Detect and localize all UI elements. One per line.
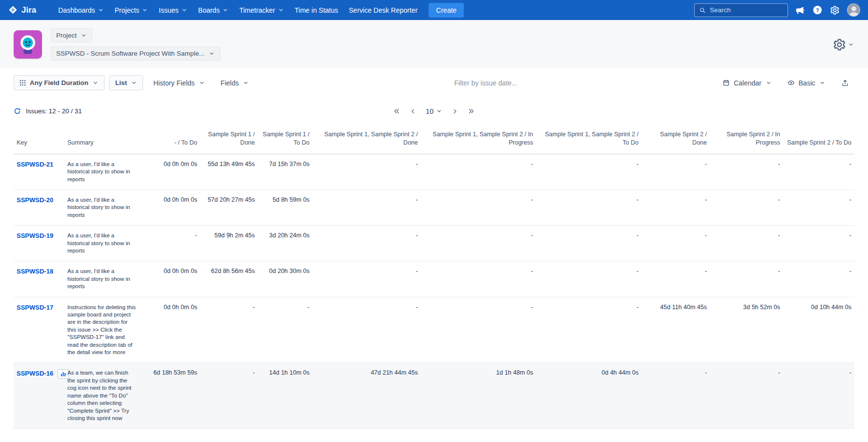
- nav-item-boards[interactable]: Boards: [193, 2, 234, 19]
- duration-value: -: [536, 261, 641, 297]
- fields-select[interactable]: Fields: [215, 76, 254, 90]
- chevron-down-icon: [765, 80, 772, 86]
- duration-value: 0d 10h 44m 0s: [783, 297, 854, 363]
- issue-date-filter-input[interactable]: Filter by issue date...: [259, 79, 712, 87]
- create-button[interactable]: Create: [429, 3, 464, 18]
- issue-key-link[interactable]: SSPWSD-17: [17, 304, 53, 311]
- chevron-down-icon: [208, 50, 215, 57]
- duration-value: -: [536, 189, 641, 225]
- last-page-button[interactable]: [468, 107, 475, 115]
- issue-key-cell: SSPWSD-18: [14, 261, 64, 297]
- export-icon: [841, 79, 849, 87]
- export-button[interactable]: [836, 76, 854, 90]
- duration-value: 0d 4h 44m 0s: [536, 363, 641, 429]
- page-size-select[interactable]: 10: [426, 107, 442, 115]
- duration-value: -: [421, 297, 536, 363]
- history-fields-label: History Fields: [153, 79, 195, 87]
- duration-value: 0d 20h 30m 0s: [258, 261, 312, 297]
- next-page-button[interactable]: [452, 108, 458, 115]
- page-size-value: 10: [426, 107, 434, 115]
- issue-key-link[interactable]: SSPWSD-18: [17, 268, 53, 275]
- issue-key-cell: SSPWSD-20: [14, 189, 64, 225]
- view-mode-select[interactable]: Basic: [782, 76, 831, 90]
- issue-key-link[interactable]: SSPWSD-16: [17, 370, 53, 377]
- project-select[interactable]: SSPWSD - Scrum Software Project With Sam…: [51, 46, 220, 61]
- first-page-button[interactable]: [393, 107, 400, 115]
- issue-row-sspwsd-19: SSPWSD-19As a user, I'd like a historica…: [14, 226, 854, 261]
- duration-value: -: [200, 363, 258, 429]
- duration-value: -: [421, 189, 536, 225]
- chevron-down-icon: [436, 108, 442, 114]
- user-avatar[interactable]: [847, 3, 860, 17]
- nav-item-timetracker[interactable]: Timetracker: [234, 2, 289, 19]
- field-duration-label: Any Field Duration: [30, 79, 88, 86]
- help-icon[interactable]: ?: [812, 5, 823, 15]
- column-header-sample-sprint-1-done: Sample Sprint 1 / Done: [200, 123, 258, 154]
- calendar-label: Calendar: [734, 79, 762, 87]
- issue-key-cell: SSPWSD-16: [14, 363, 64, 429]
- calendar-select[interactable]: Calendar: [717, 76, 777, 90]
- report-settings-button[interactable]: [833, 38, 854, 51]
- duration-value: 0d 0h 0m 0s: [148, 261, 200, 297]
- issue-date-filter-placeholder: Filter by issue date...: [454, 79, 517, 87]
- chevron-down-icon: [181, 7, 187, 13]
- chevron-down-icon: [92, 80, 99, 86]
- prev-page-button[interactable]: [410, 108, 416, 115]
- nav-item-service-desk-reporter[interactable]: Service Desk Reporter: [344, 2, 423, 19]
- jira-logo[interactable]: Jira: [8, 5, 36, 15]
- issue-key-link[interactable]: SSPWSD-21: [17, 161, 53, 168]
- duration-value: -: [312, 226, 421, 261]
- duration-value: -: [710, 261, 783, 297]
- nav-item-label: Time in Status: [295, 6, 338, 14]
- duration-value: -: [312, 261, 421, 297]
- double-chevron-left-icon: [393, 107, 400, 115]
- duration-value: 0d 0h 0m 0s: [148, 154, 200, 189]
- duration-value: -: [641, 154, 710, 189]
- field-duration-select[interactable]: Any Field Duration: [14, 75, 104, 90]
- duration-value: 0d 0h 0m 0s: [148, 297, 200, 363]
- announcements-icon[interactable]: [795, 5, 805, 15]
- settings-gear-icon[interactable]: [830, 5, 840, 15]
- nav-item-time-in-status[interactable]: Time in Status: [289, 2, 344, 19]
- duration-value: -: [312, 297, 421, 363]
- table-header-row: KeySummary- / To DoSample Sprint 1 / Don…: [14, 123, 854, 154]
- nav-item-label: Service Desk Reporter: [349, 6, 418, 14]
- column-header-sample-sprint-2-to-do: Sample Sprint 2 / To Do: [783, 123, 854, 154]
- nav-item-issues[interactable]: Issues: [153, 2, 192, 19]
- duration-value: -: [421, 226, 536, 261]
- nav-item-projects[interactable]: Projects: [109, 2, 154, 19]
- column-header-sample-sprint-1-to-do: Sample Sprint 1 / To Do: [258, 123, 312, 154]
- issue-summary-cell: As a user, I'd like a historical story t…: [64, 261, 148, 297]
- history-fields-select[interactable]: History Fields: [148, 76, 210, 90]
- duration-value: -: [641, 189, 710, 225]
- duration-value: -: [710, 154, 783, 189]
- refresh-icon[interactable]: [14, 107, 21, 115]
- view-type-select[interactable]: List: [109, 75, 143, 90]
- duration-value: -: [148, 226, 200, 261]
- duration-value: -: [783, 363, 854, 429]
- pagination-row: Issues: 12 - 20 / 31 10: [0, 97, 868, 119]
- nav-item-dashboards[interactable]: Dashboards: [53, 2, 109, 19]
- duration-value: -: [312, 154, 421, 189]
- scope-select[interactable]: Project: [51, 28, 92, 42]
- column-header-sample-sprint-2-in-progress: Sample Sprint 2 / In Progress: [710, 123, 783, 154]
- nav-item-label: Dashboards: [58, 6, 95, 14]
- duration-value: -: [783, 226, 854, 261]
- chevron-right-icon: [452, 108, 458, 115]
- duration-value: -: [710, 226, 783, 261]
- column-header-to-do: - / To Do: [148, 123, 200, 154]
- duration-value: 59d 9h 2m 45s: [200, 226, 258, 261]
- jira-logo-icon: [8, 5, 18, 15]
- issue-key-link[interactable]: SSPWSD-20: [17, 196, 53, 204]
- chevron-down-icon: [98, 7, 104, 13]
- issue-key-link[interactable]: SSPWSD-19: [17, 232, 53, 239]
- chevron-down-icon: [278, 7, 284, 13]
- issue-row-sspwsd-18: SSPWSD-18As a user, I'd like a historica…: [14, 261, 854, 297]
- search-input[interactable]: Search: [694, 3, 788, 17]
- chevron-down-icon: [131, 80, 137, 86]
- project-select-label: SSPWSD - Scrum Software Project With Sam…: [56, 50, 205, 57]
- issue-summary-cell: As a user, I'd like a historical story t…: [64, 226, 148, 261]
- issue-key-cell: SSPWSD-17: [14, 297, 64, 363]
- column-header-summary: Summary: [64, 123, 148, 154]
- issue-summary-cell: As a team, we can finish the sprint by c…: [64, 363, 148, 429]
